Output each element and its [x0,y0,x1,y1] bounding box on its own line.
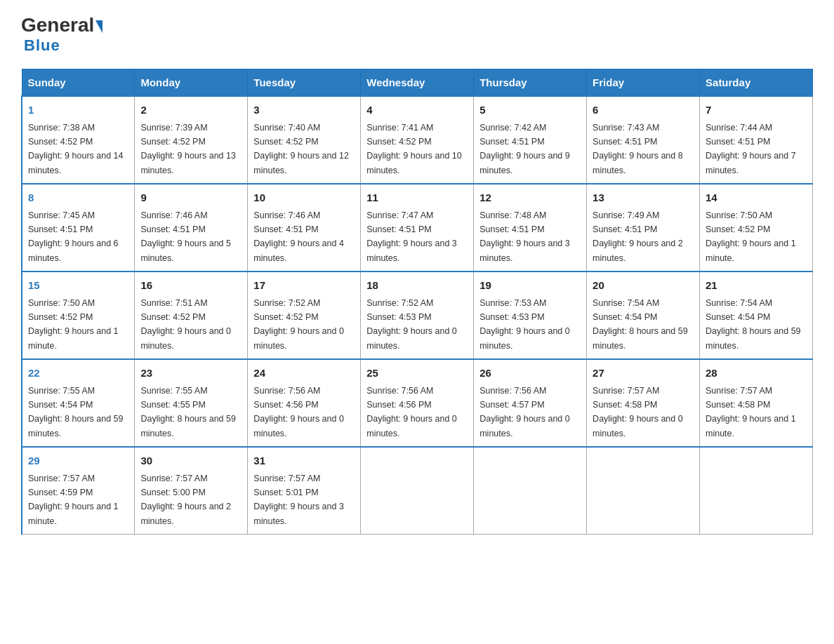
day-number: 13 [593,190,694,206]
day-number: 9 [140,190,241,206]
day-info: Sunrise: 7:56 AMSunset: 4:56 PMDaylight:… [253,386,344,438]
calendar-cell: 14 Sunrise: 7:50 AMSunset: 4:52 PMDaylig… [700,184,813,271]
day-info: Sunrise: 7:44 AMSunset: 4:51 PMDaylight:… [706,123,796,175]
logo-blue: Blue [24,36,60,54]
day-info: Sunrise: 7:56 AMSunset: 4:56 PMDaylight:… [366,386,457,438]
calendar-cell: 29 Sunrise: 7:57 AMSunset: 4:59 PMDaylig… [22,447,135,535]
calendar-cell [587,447,700,535]
day-info: Sunrise: 7:54 AMSunset: 4:54 PMDaylight:… [593,298,688,351]
header-monday: Monday [135,69,248,97]
day-number: 29 [28,453,128,469]
calendar-cell: 1 Sunrise: 7:38 AMSunset: 4:52 PMDayligh… [22,96,135,184]
calendar-cell: 3 Sunrise: 7:40 AMSunset: 4:52 PMDayligh… [248,96,361,184]
day-info: Sunrise: 7:46 AMSunset: 4:51 PMDaylight:… [140,210,231,263]
calendar-table: SundayMondayTuesdayWednesdayThursdayFrid… [21,69,813,535]
day-info: Sunrise: 7:53 AMSunset: 4:53 PMDaylight:… [479,298,570,351]
calendar-cell: 25 Sunrise: 7:56 AMSunset: 4:56 PMDaylig… [361,359,474,447]
day-info: Sunrise: 7:46 AMSunset: 4:51 PMDaylight:… [253,210,344,263]
day-number: 22 [28,365,128,382]
day-info: Sunrise: 7:48 AMSunset: 4:51 PMDaylight:… [479,210,570,263]
logo: General Blue [21,14,104,55]
calendar-week-4: 22 Sunrise: 7:55 AMSunset: 4:54 PMDaylig… [22,359,813,447]
calendar-cell: 10 Sunrise: 7:46 AMSunset: 4:51 PMDaylig… [248,184,361,271]
day-info: Sunrise: 7:51 AMSunset: 4:52 PMDaylight:… [140,298,231,351]
calendar-cell: 17 Sunrise: 7:52 AMSunset: 4:52 PMDaylig… [248,271,361,359]
day-number: 3 [253,102,355,119]
calendar-cell: 2 Sunrise: 7:39 AMSunset: 4:52 PMDayligh… [135,96,248,184]
day-number: 26 [479,365,581,382]
calendar-cell: 19 Sunrise: 7:53 AMSunset: 4:53 PMDaylig… [474,271,587,359]
header-tuesday: Tuesday [248,69,361,97]
calendar-cell: 31 Sunrise: 7:57 AMSunset: 5:01 PMDaylig… [248,447,361,535]
calendar-cell: 13 Sunrise: 7:49 AMSunset: 4:51 PMDaylig… [587,184,700,271]
day-info: Sunrise: 7:42 AMSunset: 4:51 PMDaylight:… [479,123,570,175]
calendar-cell: 4 Sunrise: 7:41 AMSunset: 4:52 PMDayligh… [361,96,474,184]
header-friday: Friday [587,69,700,97]
day-number: 5 [479,102,581,119]
calendar-week-2: 8 Sunrise: 7:45 AMSunset: 4:51 PMDayligh… [22,184,813,271]
day-info: Sunrise: 7:56 AMSunset: 4:57 PMDaylight:… [479,386,570,438]
calendar-cell: 8 Sunrise: 7:45 AMSunset: 4:51 PMDayligh… [22,184,135,271]
calendar-cell: 7 Sunrise: 7:44 AMSunset: 4:51 PMDayligh… [700,96,813,184]
day-info: Sunrise: 7:47 AMSunset: 4:51 PMDaylight:… [366,210,457,263]
day-info: Sunrise: 7:57 AMSunset: 4:58 PMDaylight:… [593,386,683,438]
day-info: Sunrise: 7:57 AMSunset: 4:59 PMDaylight:… [28,474,119,526]
calendar-cell: 5 Sunrise: 7:42 AMSunset: 4:51 PMDayligh… [474,96,587,184]
calendar-cell: 18 Sunrise: 7:52 AMSunset: 4:53 PMDaylig… [361,271,474,359]
day-number: 4 [366,102,468,119]
day-number: 11 [366,190,468,206]
calendar-cell: 23 Sunrise: 7:55 AMSunset: 4:55 PMDaylig… [135,359,248,447]
day-number: 31 [253,453,355,469]
day-number: 10 [253,190,355,206]
day-number: 19 [479,278,581,294]
header-wednesday: Wednesday [361,69,474,97]
day-number: 6 [593,102,694,119]
calendar-cell: 22 Sunrise: 7:55 AMSunset: 4:54 PMDaylig… [22,359,135,447]
day-number: 24 [253,365,355,382]
header-thursday: Thursday [474,69,587,97]
day-info: Sunrise: 7:50 AMSunset: 4:52 PMDaylight:… [706,210,796,263]
day-number: 18 [366,278,468,294]
day-number: 28 [706,365,807,382]
calendar-cell: 12 Sunrise: 7:48 AMSunset: 4:51 PMDaylig… [474,184,587,271]
calendar-cell: 27 Sunrise: 7:57 AMSunset: 4:58 PMDaylig… [587,359,700,447]
calendar-cell: 20 Sunrise: 7:54 AMSunset: 4:54 PMDaylig… [587,271,700,359]
calendar-cell [361,447,474,535]
day-info: Sunrise: 7:39 AMSunset: 4:52 PMDaylight:… [140,123,236,175]
day-info: Sunrise: 7:38 AMSunset: 4:52 PMDaylight:… [28,123,124,175]
day-info: Sunrise: 7:52 AMSunset: 4:52 PMDaylight:… [253,298,344,351]
calendar-cell: 28 Sunrise: 7:57 AMSunset: 4:58 PMDaylig… [700,359,813,447]
calendar-cell [700,447,813,535]
day-info: Sunrise: 7:45 AMSunset: 4:51 PMDaylight:… [28,210,119,263]
day-info: Sunrise: 7:49 AMSunset: 4:51 PMDaylight:… [593,210,683,263]
day-number: 16 [140,278,241,294]
day-info: Sunrise: 7:52 AMSunset: 4:53 PMDaylight:… [366,298,457,351]
day-number: 8 [28,190,128,206]
header-sunday: Sunday [22,69,135,97]
day-info: Sunrise: 7:50 AMSunset: 4:52 PMDaylight:… [28,298,119,351]
day-number: 25 [366,365,468,382]
calendar-cell: 30 Sunrise: 7:57 AMSunset: 5:00 PMDaylig… [135,447,248,535]
calendar-cell: 16 Sunrise: 7:51 AMSunset: 4:52 PMDaylig… [135,271,248,359]
logo-general: General [21,14,94,36]
day-number: 14 [706,190,807,206]
day-number: 30 [140,453,241,469]
day-info: Sunrise: 7:55 AMSunset: 4:54 PMDaylight:… [28,386,124,438]
calendar-cell: 9 Sunrise: 7:46 AMSunset: 4:51 PMDayligh… [135,184,248,271]
day-info: Sunrise: 7:41 AMSunset: 4:52 PMDaylight:… [366,123,462,175]
day-number: 7 [706,102,807,119]
calendar-week-3: 15 Sunrise: 7:50 AMSunset: 4:52 PMDaylig… [22,271,813,359]
day-info: Sunrise: 7:43 AMSunset: 4:51 PMDaylight:… [593,123,683,175]
day-info: Sunrise: 7:40 AMSunset: 4:52 PMDaylight:… [253,123,349,175]
calendar-cell: 24 Sunrise: 7:56 AMSunset: 4:56 PMDaylig… [248,359,361,447]
day-number: 15 [28,278,128,294]
day-info: Sunrise: 7:57 AMSunset: 5:01 PMDaylight:… [253,474,344,526]
day-info: Sunrise: 7:55 AMSunset: 4:55 PMDaylight:… [140,386,236,438]
day-number: 21 [706,278,807,294]
logo-triangle-icon [95,20,102,33]
calendar-week-5: 29 Sunrise: 7:57 AMSunset: 4:59 PMDaylig… [22,447,813,535]
day-number: 23 [140,365,241,382]
calendar-cell [474,447,587,535]
day-number: 2 [140,102,241,119]
page-header: General Blue [21,14,813,55]
